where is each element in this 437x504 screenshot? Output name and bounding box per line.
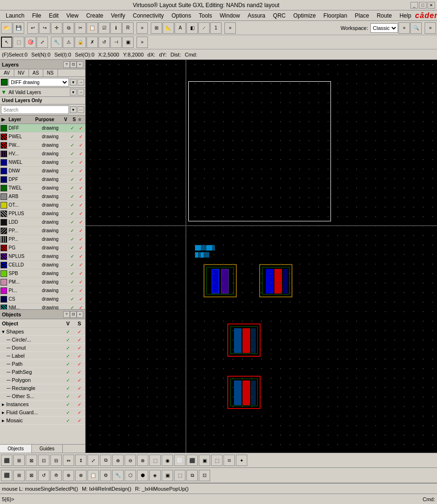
bt1-btn13[interactable]: ⬚ [149, 455, 161, 466]
bt1-btn9[interactable]: ⧉ [100, 455, 111, 466]
canvas-area[interactable]: ▓▓▒▒▓▓▒ ▓▒▓▒▒ [86, 60, 437, 453]
tb2-pick-btn[interactable]: 🎯 [25, 37, 36, 48]
tb-move-btn[interactable]: ✛ [51, 22, 62, 34]
bt1-btn20[interactable]: ✦ [236, 455, 247, 466]
obj-row[interactable]: ▸ Instances ✓ ✓ [0, 400, 85, 409]
layer-selectable[interactable]: ✓ [77, 211, 85, 216]
search-input[interactable] [1, 105, 69, 114]
layer-row[interactable]: PG drawing ✓ ✓ [0, 244, 85, 252]
obj-row[interactable]: ─ Other S... ✓ ✓ [0, 392, 85, 400]
bt2-btn3[interactable]: ⊠ [26, 470, 37, 481]
obj-row[interactable]: ─ PathSeg ✓ ✓ [0, 368, 85, 376]
tb-ruler-btn[interactable]: 📐 [163, 22, 174, 34]
menu-edit[interactable]: Edit [45, 11, 63, 20]
tb-line-btn[interactable]: ⟋ [198, 22, 210, 34]
obj-visible[interactable]: ✓ [62, 410, 74, 415]
layer-selectable[interactable]: ✓ [77, 288, 85, 293]
layer-selectable[interactable]: ✓ [77, 228, 85, 233]
obj-selectable[interactable]: ✓ [74, 418, 85, 423]
tab-ns[interactable]: NS [43, 69, 58, 76]
layer-row[interactable]: ARB drawing ✓ ✓ [0, 192, 85, 201]
tb-check-btn[interactable]: ☑ [98, 22, 110, 34]
layer-selectable[interactable]: ✓ [77, 279, 85, 285]
layer-selectable[interactable]: ✓ [77, 177, 85, 182]
bt1-btn19[interactable]: ⧈ [223, 455, 235, 466]
obj-visible[interactable]: ✓ [62, 329, 74, 334]
objects-help-btn[interactable]: ? [63, 311, 70, 318]
bt2-btn13[interactable]: ◈ [149, 470, 161, 481]
layer-visible[interactable]: ✓ [68, 296, 77, 302]
bt1-btn6[interactable]: ⇔ [63, 455, 74, 466]
bt2-btn2[interactable]: ⊞ [13, 470, 25, 481]
menu-assura[interactable]: Assura [244, 11, 269, 20]
bt1-btn2[interactable]: ⊞ [13, 455, 25, 466]
layer-selectable[interactable]: ✓ [77, 305, 85, 309]
tb2-lock-btn[interactable]: 🔒 [75, 37, 86, 48]
layer-visible[interactable]: ✓ [68, 211, 77, 216]
obj-selectable[interactable]: ✓ [74, 337, 85, 342]
layer-visible[interactable]: ✓ [68, 125, 77, 131]
layer-row[interactable]: PW... drawing ✓ ✓ [0, 141, 85, 150]
layer-row[interactable]: NM... drawing ✓ ✓ [0, 304, 85, 309]
layer-row[interactable]: PP... drawing ✓ ✓ [0, 235, 85, 244]
layer-visible[interactable]: ✓ [68, 143, 77, 148]
obj-visible[interactable]: ✓ [62, 370, 74, 375]
obj-row[interactable]: ─ Circle/... ✓ ✓ [0, 336, 85, 344]
bt1-btn16[interactable]: ⬛ [186, 455, 198, 466]
bt1-btn5[interactable]: ⊟ [50, 455, 62, 466]
layer-selectable[interactable]: ✓ [77, 254, 85, 259]
obj-visible[interactable]: ✓ [62, 378, 74, 383]
bt1-btn11[interactable]: ⊖ [125, 455, 136, 466]
layer-visible[interactable]: ✓ [68, 194, 77, 199]
obj-row[interactable]: ─ Label ✓ ✓ [0, 352, 85, 360]
obj-selectable[interactable]: ✓ [74, 361, 85, 367]
bt1-btn12[interactable]: ⊗ [137, 455, 148, 466]
search-options[interactable]: ⋯ [78, 106, 84, 113]
bt2-btn15[interactable]: ⬚ [174, 470, 185, 481]
layer-visible[interactable]: ✓ [68, 185, 77, 190]
obj-row[interactable]: ▾ Shapes ✓ ✓ [0, 328, 85, 336]
layer-selectable[interactable]: ✓ [77, 237, 85, 242]
objects-detach-btn[interactable]: ⊡ [70, 311, 77, 318]
menu-tools[interactable]: Tools [195, 11, 216, 20]
minimize-button[interactable]: _ [410, 2, 418, 9]
tb-save-btn[interactable]: 💾 [13, 22, 24, 34]
layer-visible[interactable]: ✓ [68, 134, 77, 139]
tb-cut-btn[interactable]: ✂ [75, 22, 86, 34]
layer-selectable[interactable]: ✓ [77, 168, 85, 173]
all-valid-dropdown[interactable]: ▼ [70, 89, 77, 95]
layer-row[interactable]: NWEL drawing ✓ ✓ [0, 158, 85, 167]
layer-row[interactable]: PWEL drawing ✓ ✓ [0, 133, 85, 141]
obj-selectable[interactable]: ✓ [74, 386, 85, 391]
menu-file[interactable]: File [28, 11, 45, 20]
tb-r-btn[interactable]: R [122, 22, 134, 34]
bt2-btn4[interactable]: ↺ [38, 470, 49, 481]
layer-row[interactable]: CELLD drawing ✓ ✓ [0, 261, 85, 269]
all-valid-arrow[interactable]: → [78, 89, 84, 95]
tb2-prop-btn[interactable]: 🔧 [51, 37, 62, 48]
layer-selectable[interactable]: ✓ [77, 202, 85, 208]
tb-more4-btn[interactable]: » [425, 22, 436, 34]
tb-paste-btn[interactable]: 📋 [87, 22, 98, 34]
menu-place[interactable]: Place [351, 11, 373, 20]
tb-more3-btn[interactable]: » [398, 22, 410, 34]
tb-copy-btn[interactable]: ⧉ [63, 22, 74, 34]
layer-selectable[interactable]: ✓ [77, 160, 85, 165]
obj-row[interactable]: ─ Path ✓ ✓ [0, 360, 85, 368]
bt1-btn17[interactable]: ▣ [199, 455, 210, 466]
layer-row[interactable]: SPB drawing ✓ ✓ [0, 269, 85, 278]
obj-row[interactable]: ─ Donut ✓ ✓ [0, 344, 85, 352]
bt1-btn7[interactable]: ⇕ [75, 455, 87, 466]
layer-selectable[interactable]: ✓ [77, 219, 85, 225]
bt2-btn11[interactable]: ⬡ [125, 470, 136, 481]
layer-visible[interactable]: ✓ [68, 279, 77, 285]
menu-options[interactable]: Options [168, 11, 195, 20]
layer-selectable[interactable]: ✓ [77, 185, 85, 190]
tb-redo-btn[interactable]: ↪ [39, 22, 50, 34]
tb2-delete-btn[interactable]: ✗ [87, 37, 98, 48]
menu-help[interactable]: Help [396, 11, 415, 20]
menu-connectivity[interactable]: Connectivity [129, 11, 167, 20]
obj-visible[interactable]: ✓ [62, 386, 74, 391]
tab-guides[interactable]: Guides [32, 445, 63, 453]
layer-visible[interactable]: ✓ [68, 271, 77, 276]
